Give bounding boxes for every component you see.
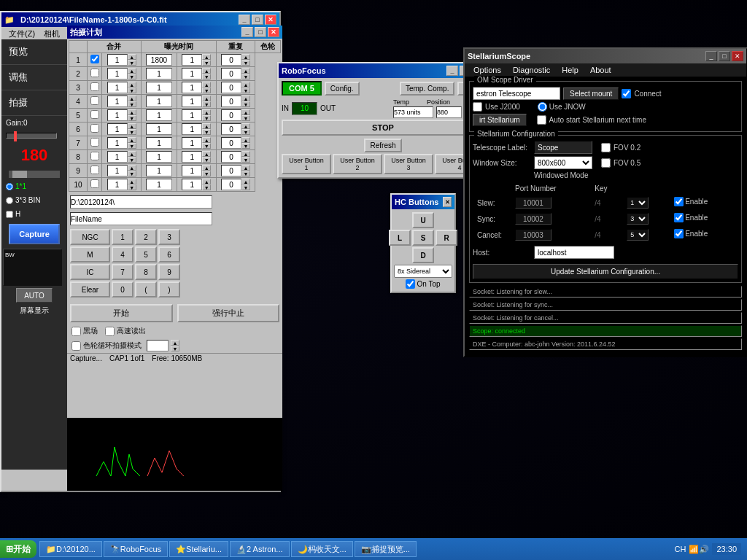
temp-value-input[interactable] xyxy=(393,106,433,118)
merge-input[interactable] xyxy=(107,68,128,79)
hc-right-button[interactable]: R xyxy=(436,230,457,246)
sync-port-input[interactable] xyxy=(515,213,551,225)
cp-maximize[interactable]: □ xyxy=(255,27,266,37)
color-up[interactable]: ▲ xyxy=(241,179,250,184)
repeat-input[interactable] xyxy=(182,137,202,149)
taskbar-item-5[interactable]: 📷 捕捉预览... xyxy=(355,541,417,557)
color-input[interactable] xyxy=(221,109,241,121)
repeat-up[interactable]: ▲ xyxy=(202,137,211,143)
merge-input[interactable] xyxy=(107,109,128,121)
repeat-down[interactable]: ▼ xyxy=(202,157,211,163)
color-cycle-up[interactable]: ▲ xyxy=(171,340,179,346)
update-stellarium-button[interactable]: Update Stellarium Configuration... xyxy=(473,264,738,279)
rf-minimize[interactable]: _ xyxy=(446,66,458,76)
exposure-input[interactable] xyxy=(146,109,172,121)
exposure-input[interactable] xyxy=(146,68,172,79)
merge-up[interactable]: ▲ xyxy=(128,165,136,171)
color-up[interactable]: ▲ xyxy=(241,82,250,88)
color-down[interactable]: ▼ xyxy=(241,88,250,93)
merge-down[interactable]: ▼ xyxy=(128,74,136,79)
exposure-input[interactable] xyxy=(146,165,172,176)
sync-enable-checkbox[interactable] xyxy=(674,213,684,222)
row-checkbox[interactable] xyxy=(90,152,99,160)
radio-3x3-input[interactable] xyxy=(6,197,13,204)
num-5-button[interactable]: 5 xyxy=(135,246,157,262)
hc-up-button[interactable]: U xyxy=(412,212,434,228)
window-size-select[interactable]: 800x600 xyxy=(534,156,592,169)
merge-down[interactable]: ▼ xyxy=(128,184,136,190)
merge-up[interactable]: ▲ xyxy=(128,137,136,143)
clear-button[interactable]: Elear xyxy=(70,281,110,298)
exposure-input[interactable] xyxy=(146,54,172,66)
hc-down-button[interactable]: D xyxy=(412,247,434,263)
close-button[interactable]: ✕ xyxy=(265,15,276,25)
taskbar-item-1[interactable]: 🔭 RoboFocus xyxy=(104,541,168,557)
force-stop-button[interactable]: 强行中止 xyxy=(177,304,280,322)
config-button[interactable]: Config. xyxy=(325,82,360,96)
merge-input[interactable] xyxy=(107,96,128,107)
merge-input[interactable] xyxy=(107,179,128,190)
telescope-label-input[interactable] xyxy=(534,141,592,154)
repeat-input[interactable] xyxy=(182,151,202,163)
merge-up[interactable]: ▲ xyxy=(128,151,136,157)
color-input[interactable] xyxy=(221,96,241,107)
stell-minimize[interactable]: _ xyxy=(705,51,717,61)
merge-down[interactable]: ▼ xyxy=(128,143,136,149)
num-7-button[interactable]: 7 xyxy=(112,264,133,280)
color-up[interactable]: ▲ xyxy=(241,68,250,74)
color-up[interactable]: ▲ xyxy=(241,123,250,129)
sidebar-preview[interactable]: 预览 xyxy=(1,39,67,65)
checkbox-h-input[interactable] xyxy=(6,211,13,218)
menu-camera[interactable]: 相机 xyxy=(39,28,64,40)
num-2-button[interactable]: 2 xyxy=(135,229,157,245)
color-up[interactable]: ▲ xyxy=(241,151,250,157)
exposure-input[interactable] xyxy=(146,123,172,135)
color-input[interactable] xyxy=(221,151,241,163)
color-input[interactable] xyxy=(221,54,241,66)
exposure-input[interactable] xyxy=(146,82,172,93)
num-4-button[interactable]: 4 xyxy=(112,246,133,262)
num-6-button[interactable]: 6 xyxy=(158,246,180,262)
num-9-button[interactable]: 9 xyxy=(158,264,180,280)
repeat-up[interactable]: ▲ xyxy=(202,179,211,184)
repeat-input[interactable] xyxy=(182,165,202,176)
stell-menu-diagnostic[interactable]: Diagnostic xyxy=(507,64,556,76)
slew-key-select[interactable]: 1 xyxy=(627,197,649,209)
minimize-button[interactable]: _ xyxy=(239,15,250,25)
repeat-down[interactable]: ▼ xyxy=(202,101,211,107)
merge-up[interactable]: ▲ xyxy=(128,68,136,74)
color-input[interactable] xyxy=(221,165,241,176)
merge-input[interactable] xyxy=(107,123,128,135)
sidebar-focus[interactable]: 调焦 xyxy=(1,65,67,90)
merge-input[interactable] xyxy=(107,165,128,176)
repeat-input[interactable] xyxy=(182,109,202,121)
hc-ontop-checkbox[interactable] xyxy=(406,279,415,289)
cp-minimize[interactable]: _ xyxy=(241,27,253,37)
dark-frame-checkbox[interactable] xyxy=(71,327,81,336)
merge-up[interactable]: ▲ xyxy=(128,179,136,184)
color-up[interactable]: ▲ xyxy=(241,96,250,101)
merge-up[interactable]: ▲ xyxy=(128,123,136,129)
repeat-up[interactable]: ▲ xyxy=(202,82,211,88)
color-input[interactable] xyxy=(221,123,241,135)
num-1-button[interactable]: 1 xyxy=(112,229,133,245)
color-input[interactable] xyxy=(221,68,241,79)
taskbar-item-3[interactable]: 🔬 2 Astron... xyxy=(230,541,290,557)
repeat-up[interactable]: ▲ xyxy=(202,109,211,115)
m-button[interactable]: M xyxy=(70,246,110,262)
taskbar-item-2[interactable]: ⭐ Stellariu... xyxy=(169,541,228,557)
user-btn-1[interactable]: User Button 1 xyxy=(282,154,331,174)
row-checkbox[interactable] xyxy=(90,69,99,77)
row-checkbox[interactable] xyxy=(90,110,99,119)
stell-close[interactable]: ✕ xyxy=(732,51,743,61)
merge-down[interactable]: ▼ xyxy=(128,101,136,107)
radio-1x1-input[interactable] xyxy=(6,183,13,190)
host-input[interactable] xyxy=(534,246,614,259)
cancel-port-input[interactable] xyxy=(515,229,551,241)
user-btn-3[interactable]: User Button 3 xyxy=(384,154,433,174)
stell-maximize[interactable]: □ xyxy=(719,51,730,61)
merge-down[interactable]: ▼ xyxy=(128,171,136,176)
merge-down[interactable]: ▼ xyxy=(128,115,136,121)
stell-menu-about[interactable]: About xyxy=(584,64,617,76)
rparen-button[interactable]: ) xyxy=(158,281,180,298)
